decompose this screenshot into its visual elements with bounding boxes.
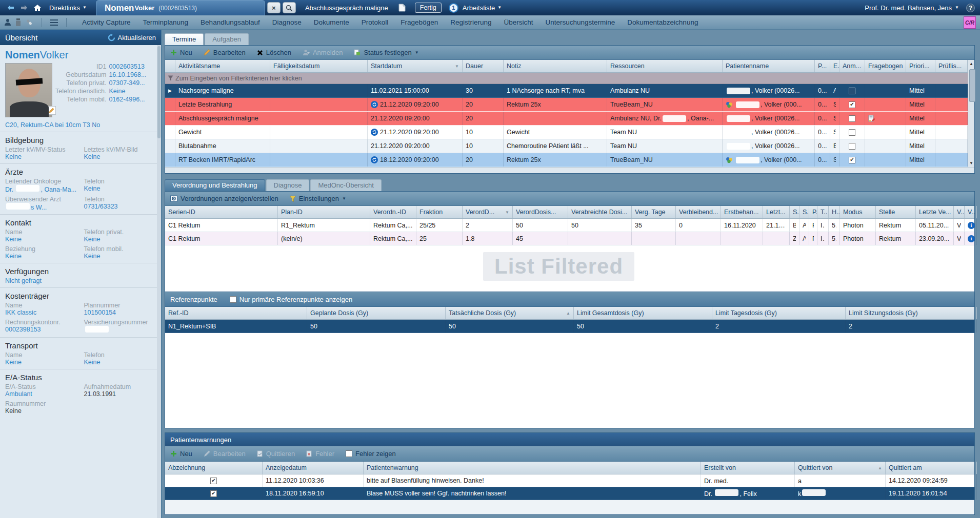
menu-item-diagnose[interactable]: Diagnose xyxy=(266,18,308,26)
col-p[interactable]: P.. xyxy=(809,206,817,218)
checkbox[interactable] xyxy=(849,101,855,108)
col-tatsaechliche-dosis[interactable]: Tatsächliche Dosis (Gy)▲ xyxy=(446,307,574,319)
fertig-button[interactable]: Fertig xyxy=(415,3,442,13)
new-button[interactable]: Neu xyxy=(170,49,192,56)
tab-aufgaben[interactable]: Aufgaben xyxy=(205,33,249,45)
item-value[interactable]: Ambulant xyxy=(5,390,81,398)
warn-error-button[interactable]: Fehler xyxy=(306,450,334,458)
primary-refpoints-checkbox[interactable] xyxy=(230,296,236,303)
direktlinks-menu[interactable]: Direktlinks▼ xyxy=(49,4,87,12)
diagnosis-line[interactable]: C20, Rektum-CA bei 10cm T3 No xyxy=(5,117,156,130)
cell-anmeldung[interactable] xyxy=(839,84,865,97)
checkbox[interactable] xyxy=(849,143,855,150)
table-row[interactable]: C1 Rektum(kein/e)Rektum Ca,...251.845Z.A… xyxy=(165,232,974,245)
col-notiz[interactable]: Notiz xyxy=(504,60,607,72)
item-value[interactable]: Dr. , Oana-Ma... xyxy=(5,185,81,193)
show-orders-button[interactable]: Verordnungen anzeigen/erstellen xyxy=(170,195,278,202)
info-icon[interactable]: i xyxy=(968,235,975,242)
cell-anmeldung[interactable] xyxy=(839,112,865,125)
warn-new-button[interactable]: Neu xyxy=(170,450,192,458)
termine-scrollbar[interactable]: ▲▼ xyxy=(968,60,974,167)
item-value[interactable] xyxy=(84,326,156,334)
patient-field-value[interactable]: 07307-349... xyxy=(109,79,158,87)
patient-tab[interactable]: Nomen Volker (0002603513) xyxy=(96,0,265,15)
item-value[interactable]: s W... xyxy=(5,203,81,211)
col-startdatum[interactable]: Startdatum▼ xyxy=(368,60,463,72)
back-icon[interactable] xyxy=(5,2,16,13)
menu-item--bersicht[interactable]: Übersicht xyxy=(497,18,539,26)
close-patient-button[interactable]: × xyxy=(267,2,281,13)
settings-button[interactable]: Einstellungen▼ xyxy=(290,195,346,202)
cell-abzeichnung[interactable] xyxy=(165,487,263,500)
cell-anmeldung[interactable] xyxy=(839,126,865,139)
menu-item-activity-capture[interactable]: Activity Capture xyxy=(76,18,137,26)
patient-icon[interactable] xyxy=(4,18,11,26)
delete-button[interactable]: Löschen xyxy=(257,49,291,56)
patient-photo[interactable] xyxy=(5,63,52,117)
col-quittiert-am[interactable]: Quittiert am xyxy=(886,462,977,474)
menu-item-untersuchungstermine[interactable]: Untersuchungstermine xyxy=(539,18,621,26)
item-value[interactable]: Keine xyxy=(84,359,156,366)
col-t[interactable]: T.. xyxy=(817,206,829,218)
col-modus[interactable]: Modus xyxy=(840,206,876,218)
col-limit-tagesdosis[interactable]: Limit Tagesdosis (Gy) xyxy=(712,307,846,319)
col-patientenname[interactable]: Patientenname xyxy=(723,60,815,72)
table-row[interactable]: Abschlussgespräch maligne21.12.2020 09:2… xyxy=(165,112,968,126)
table-row[interactable]: 18.11.2020 16:59:10Blase MUSS voller sei… xyxy=(165,487,974,500)
set-status-button[interactable]: Status festlegen▼ xyxy=(354,49,418,56)
item-value[interactable]: Keine xyxy=(5,253,81,260)
item-value[interactable]: Keine xyxy=(5,359,81,366)
col-fraktion[interactable]: Fraktion xyxy=(416,206,463,218)
home-icon[interactable] xyxy=(32,2,43,13)
menu-item-terminplanung[interactable]: Terminplanung xyxy=(137,18,195,26)
tab-diagnose[interactable]: Diagnose xyxy=(266,179,310,191)
cr-badge[interactable]: C/R xyxy=(964,16,976,29)
info-icon[interactable]: i xyxy=(968,222,975,229)
tab-medonc[interactable]: MedOnc-Übersicht xyxy=(310,179,381,191)
scrollbar-thumb[interactable] xyxy=(969,69,975,102)
col-s2[interactable]: S.. xyxy=(799,206,809,218)
col-verorddosis[interactable]: VerordDosis... xyxy=(513,206,568,218)
cell-abzeichnung[interactable] xyxy=(165,474,263,487)
checkin-button[interactable]: Anmelden xyxy=(303,49,343,56)
show-errors-checkbox[interactable] xyxy=(346,450,352,457)
col-verordd[interactable]: VerordD...▼ xyxy=(463,206,513,218)
refresh-button[interactable]: Aktualisieren xyxy=(108,34,156,42)
patient-name[interactable]: NomenVolker xyxy=(5,49,156,61)
cell-anmeldung[interactable] xyxy=(839,153,865,167)
search-button[interactable] xyxy=(283,2,296,13)
warn-ack-button[interactable]: Quittieren xyxy=(257,450,295,458)
item-value[interactable]: Keine xyxy=(5,153,81,160)
scroll-down-icon[interactable]: ▼ xyxy=(969,159,973,167)
item-value[interactable]: Keine xyxy=(5,236,81,243)
table-row[interactable]: N1_Rektum+SIB50505022 xyxy=(165,320,974,333)
table-row[interactable]: RT Becken IMRT/RapidArc18.12.2020 09:20:… xyxy=(165,153,968,167)
forward-icon[interactable] xyxy=(18,2,30,13)
col-geplante-dosis[interactable]: Geplante Dosis (Gy) xyxy=(307,307,446,319)
table-row[interactable]: ▶Nachsorge maligne11.02.2021 15:00:00301… xyxy=(165,84,968,98)
col-plan-id[interactable]: Plan-ID xyxy=(278,206,370,218)
patient-field-value[interactable]: 16.10.1968... xyxy=(109,71,158,78)
item-value[interactable]: 0002398153 xyxy=(5,326,81,333)
sidebar-scrollbar[interactable] xyxy=(157,45,161,518)
menu-item-dokumentabzeichnung[interactable]: Dokumentabzeichnung xyxy=(621,18,704,26)
help-icon[interactable]: ? xyxy=(966,4,975,12)
primary-refpoints-toggle[interactable]: Nur primäre Referenzpunkte anzeigen xyxy=(230,296,352,303)
document-icon[interactable] xyxy=(396,2,408,13)
menu-item-behandlungsablauf[interactable]: Behandlungsablauf xyxy=(194,18,266,26)
user-menu[interactable]: Prof. Dr. med. Bahnsen, Jens▼ xyxy=(865,4,959,12)
cell-anmeldung[interactable] xyxy=(839,139,865,153)
col-verabreichte-dosis[interactable]: Verabreichte Dosi... xyxy=(568,206,632,218)
col-quittiert-von[interactable]: Quittiert von▲ xyxy=(795,462,886,474)
col-aktivitaetsname[interactable]: Aktivitätsname xyxy=(175,60,270,72)
filter-row[interactable]: Zum Eingeben von Filterkriterien hier kl… xyxy=(165,73,968,84)
warn-edit-button[interactable]: Bearbeiten xyxy=(204,450,246,458)
col-limit-sitzungsdosis[interactable]: Limit Sitzungsdosis (Gy) xyxy=(846,307,977,319)
col-abzeichnung[interactable]: Abzeichnung xyxy=(165,462,263,474)
col-serien-id[interactable]: Serien-ID xyxy=(165,206,278,218)
checkbox[interactable] xyxy=(849,115,855,122)
col-ressourcen[interactable]: Ressourcen xyxy=(607,60,723,72)
pill-icon[interactable] xyxy=(25,18,33,26)
edit-photo-icon[interactable] xyxy=(47,106,56,115)
patient-field-value[interactable]: 0162-4996... xyxy=(109,96,158,103)
